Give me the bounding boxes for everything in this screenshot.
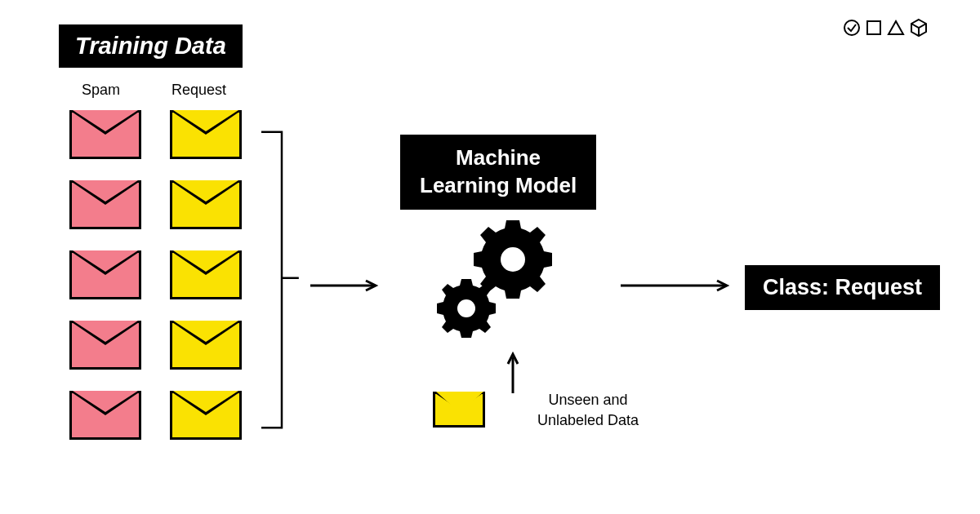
ml-model-header: Machine Learning Model — [400, 135, 596, 210]
request-envelope-icon — [170, 321, 242, 370]
gears-icon — [431, 212, 574, 351]
unseen-envelope-icon — [433, 392, 485, 428]
bracket-connector — [261, 102, 302, 461]
square-icon — [866, 20, 882, 36]
arrow-up-icon — [506, 351, 519, 393]
spam-envelope-icon — [69, 391, 141, 440]
request-envelope-icon — [170, 250, 242, 299]
unseen-data-label: Unseen and Unlabeled Data — [537, 390, 639, 431]
svg-point-2 — [457, 299, 475, 317]
ml-model-header-line1: Machine — [456, 145, 541, 170]
spam-envelope-icon — [69, 250, 141, 299]
svg-point-5 — [844, 20, 859, 35]
training-data-header: Training Data — [59, 24, 243, 68]
request-envelope-icon — [170, 180, 242, 229]
triangle-icon — [887, 20, 905, 36]
svg-point-1 — [501, 247, 525, 272]
svg-rect-6 — [867, 21, 880, 34]
arrow-to-model-icon — [310, 279, 384, 292]
cube-icon — [910, 18, 928, 38]
request-envelope-icon — [170, 391, 242, 440]
unseen-label-line1: Unseen and — [549, 392, 628, 408]
request-envelope-column — [170, 110, 242, 440]
ml-model-header-line2: Learning Model — [420, 173, 577, 197]
unseen-label-line2: Unlabeled Data — [537, 412, 639, 428]
brand-icons — [843, 18, 928, 38]
request-envelope-icon — [170, 110, 242, 159]
class-output-label: Class: Request — [745, 265, 940, 310]
spam-envelope-column — [69, 110, 141, 440]
unseen-envelope — [433, 392, 485, 428]
spam-envelope-icon — [69, 110, 141, 159]
arrow-to-output-icon — [621, 279, 735, 292]
svg-marker-7 — [889, 21, 903, 34]
checkmark-circle-icon — [843, 19, 861, 37]
spam-column-label: Spam — [82, 82, 120, 99]
spam-envelope-icon — [69, 321, 141, 370]
spam-envelope-icon — [69, 180, 141, 229]
request-column-label: Request — [172, 82, 226, 99]
